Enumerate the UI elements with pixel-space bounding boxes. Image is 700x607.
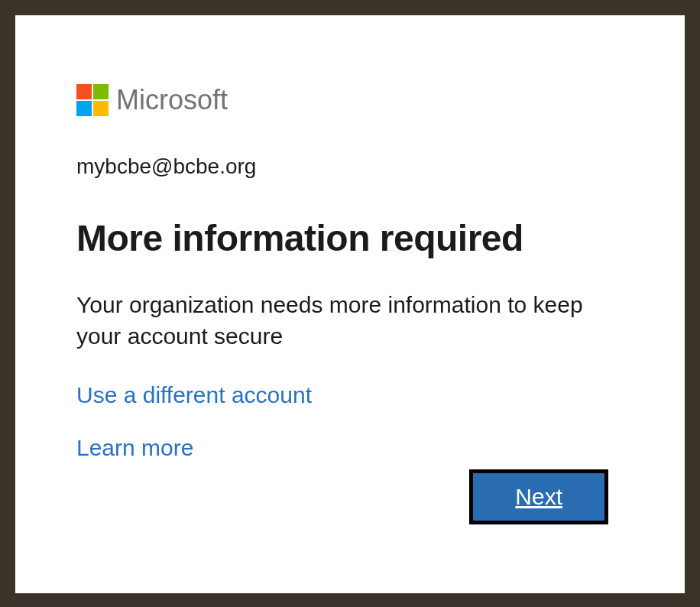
brand-name: Microsoft: [116, 84, 228, 116]
auth-card: Microsoft mybcbe@bcbe.org More informati…: [15, 15, 685, 593]
microsoft-logo-icon: [76, 84, 109, 116]
next-button[interactable]: Next: [469, 469, 608, 524]
account-email: mybcbe@bcbe.org: [76, 154, 624, 179]
page-title: More information required: [76, 217, 624, 259]
learn-more-link[interactable]: Learn more: [76, 435, 193, 461]
brand-logo-row: Microsoft: [76, 84, 624, 116]
button-row: Next: [469, 469, 608, 524]
description-text: Your organization needs more information…: [76, 290, 624, 352]
use-different-account-link[interactable]: Use a different account: [76, 382, 312, 408]
